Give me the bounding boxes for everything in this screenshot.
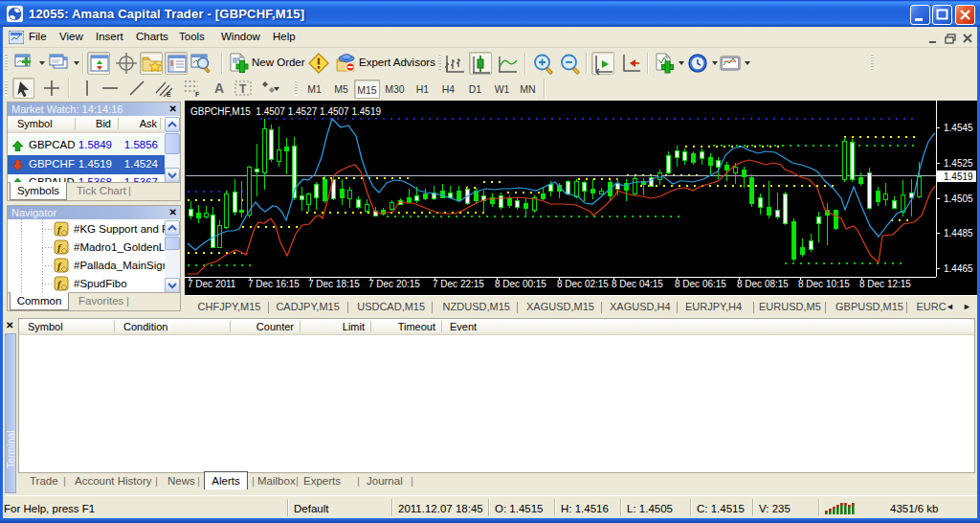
svg-text:1.4545: 1.4545 [944, 123, 973, 133]
svg-text:T: T [239, 82, 247, 96]
svg-text:1.4525: 1.4525 [944, 158, 973, 169]
svg-text:F: F [195, 91, 200, 98]
svg-text:1.4519: 1.4519 [944, 171, 973, 182]
svg-text:7 Dec 16:15: 7 Dec 16:15 [248, 279, 300, 289]
svg-text:E: E [167, 91, 171, 98]
svg-text:7 Dec 2011: 7 Dec 2011 [188, 279, 236, 289]
svg-text:8 Dec 06:15: 8 Dec 06:15 [675, 279, 726, 289]
svg-text:8 Dec 12:15: 8 Dec 12:15 [859, 279, 911, 289]
svg-text:8 Dec 00:15: 8 Dec 00:15 [495, 279, 546, 289]
svg-text:8 Dec 08:15: 8 Dec 08:15 [737, 279, 789, 289]
svg-text:1.4465: 1.4465 [944, 263, 973, 274]
svg-text:1.4505: 1.4505 [944, 193, 973, 204]
svg-text:8 Dec 02:15: 8 Dec 02:15 [557, 279, 609, 289]
svg-text:GBPCHF,M15 1.4507 1.4527 1.45: GBPCHF,M15 1.4507 1.4527 1.4507 1.4519 [190, 106, 381, 117]
svg-text:8 Dec 10:15: 8 Dec 10:15 [798, 279, 850, 289]
svg-text:A: A [214, 80, 224, 96]
svg-text:8 Dec 04:15: 8 Dec 04:15 [612, 279, 663, 289]
svg-text:1.4485: 1.4485 [944, 228, 973, 239]
svg-text:7 Dec 18:15: 7 Dec 18:15 [308, 279, 360, 289]
svg-text:7 Dec 20:15: 7 Dec 20:15 [368, 279, 420, 289]
svg-text:7 Dec 22:15: 7 Dec 22:15 [433, 279, 484, 289]
